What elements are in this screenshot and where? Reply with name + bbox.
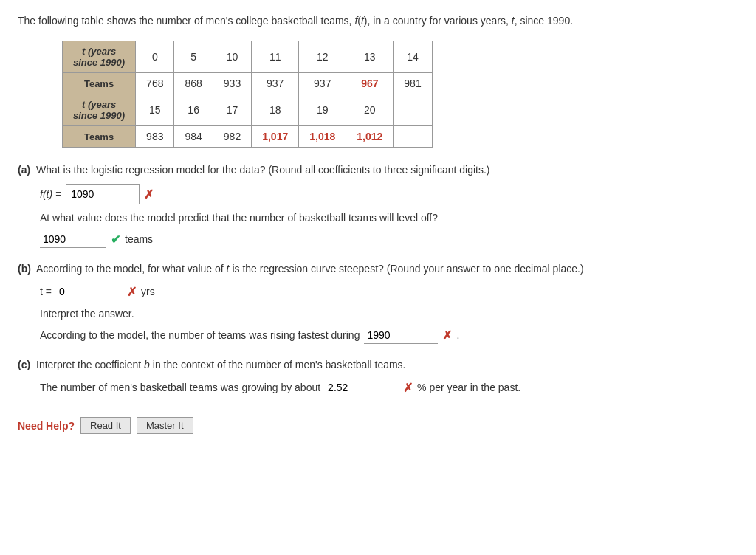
table-teams-label2: Teams [63,126,136,148]
table-cell: 937 [299,73,346,94]
interpret-answer-row: According to the model, the number of te… [40,326,738,344]
part-c-question-text: Interpret the coefficient b in the conte… [36,359,406,370]
table-cell: 17 [213,94,251,126]
table-cell: 967 [346,73,394,94]
part-c-question: (c) Interpret the coefficient b in the c… [18,357,738,373]
page-divider [18,449,738,449]
master-it-button[interactable]: Master It [137,417,193,434]
table-cell: 1,018 [299,126,346,148]
part-a-label: (a) [18,162,30,178]
coeff-sentence-end: % per year in the past. [417,382,520,393]
ft-label: f(t) = [40,188,61,200]
t-wrong-icon: ✗ [127,285,137,299]
table-cell: 983 [136,126,174,148]
part-a-answer-row: f(t) = ✗ [40,184,738,204]
level-off-check-icon: ✔ [111,232,120,247]
need-help-section: Need Help? Read It Master It [18,417,738,434]
part-a-section: (a) What is the logistic regression mode… [18,162,738,248]
table-cell: 868 [174,73,213,94]
table-cell: 1,017 [252,126,299,148]
table-header-t1: t (yearssince 1990) [63,41,136,73]
table-cell: 768 [136,73,174,94]
data-table: t (yearssince 1990) 0 5 10 11 12 13 14 T… [62,41,433,148]
interpret-label: Interpret the answer. [40,306,738,322]
t-input[interactable] [56,283,123,300]
part-a-question: (a) What is the logistic regression mode… [18,162,738,178]
ft-wrong-icon: ✗ [144,187,154,201]
table-cell: 14 [394,41,432,73]
table-cell: 937 [252,73,299,94]
table-cell [394,94,432,126]
period: . [456,329,459,341]
table-cell: 10 [213,41,251,73]
table-cell: 11 [252,41,299,73]
table-cell: 1,012 [346,126,394,148]
part-b-label: (b) [18,261,31,277]
table-cell: 0 [136,41,174,73]
table-cell: 13 [346,41,394,73]
year-wrong-icon: ✗ [442,328,452,342]
coeff-sentence-start: The number of men's basketball teams was… [40,382,320,393]
table-cell [394,126,432,148]
table-cell: 933 [213,73,251,94]
part-b-section: (b) According to the model, for what val… [18,261,738,344]
level-off-input[interactable] [40,230,106,248]
table-cell: 20 [346,94,394,126]
table-cell: 984 [174,126,213,148]
level-off-answer-row: ✔ teams [40,230,738,248]
ft-input[interactable] [66,184,140,204]
part-b-answer-row: t = ✗ yrs [40,283,738,300]
table-cell: 981 [394,73,432,94]
part-c-label: (c) [18,357,30,373]
t-eq-label: t = [40,286,52,297]
part-b-question-text: According to the model, for what value o… [36,263,584,275]
table-teams-label1: Teams [63,73,136,94]
table-cell: 15 [136,94,174,126]
table-header-t2: t (yearssince 1990) [63,94,136,126]
level-off-unit: teams [125,233,153,245]
need-help-label: Need Help? [18,420,75,432]
table-cell: 982 [213,126,251,148]
table-cell: 5 [174,41,213,73]
part-c-section: (c) Interpret the coefficient b in the c… [18,357,738,396]
table-cell: 12 [299,41,346,73]
part-b-question: (b) According to the model, for what val… [18,261,738,277]
level-off-text: At what value does the model predict tha… [40,210,738,226]
read-it-button[interactable]: Read It [80,417,131,434]
table-cell: 18 [252,94,299,126]
year-input[interactable] [364,326,438,344]
table-cell: 19 [299,94,346,126]
part-a-question-text: What is the logistic regression model fo… [36,164,490,176]
coeff-wrong-icon: ✗ [403,381,413,395]
table-cell: 16 [174,94,213,126]
part-c-answer-row: The number of men's basketball teams was… [40,379,738,396]
t-unit: yrs [141,286,155,297]
interpret-sentence-start: According to the model, the number of te… [40,329,360,341]
intro-text: The following table shows the number of … [18,13,738,29]
coeff-input[interactable] [325,379,399,396]
